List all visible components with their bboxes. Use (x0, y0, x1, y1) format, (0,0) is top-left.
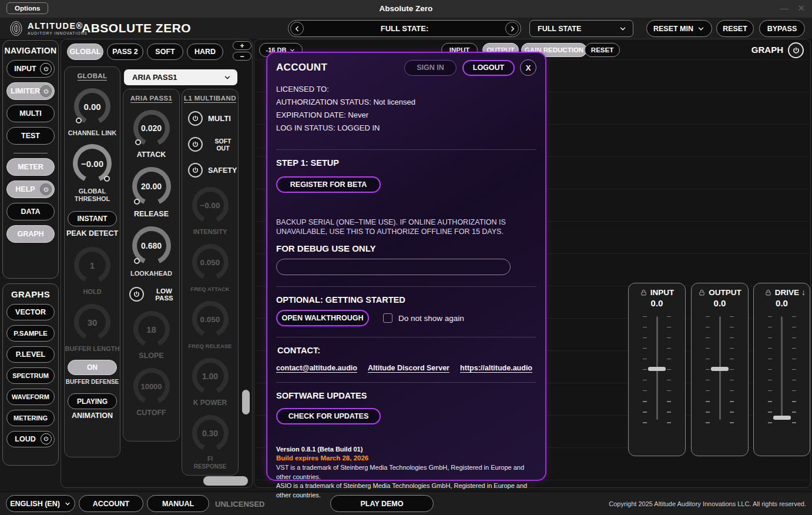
debug-serial-input[interactable] (276, 259, 511, 275)
power-icon (188, 111, 203, 126)
sidebar-item-input[interactable]: INPUT (6, 60, 55, 78)
discord-server-link[interactable]: Altitude Discord Server (368, 364, 449, 372)
minimize-icon[interactable]: — (780, 3, 788, 13)
release-knob[interactable]: 20.00 (132, 167, 171, 206)
safety-toggle[interactable]: SAFETY (182, 163, 238, 178)
graph-power-button[interactable] (788, 42, 804, 58)
do-not-show-checkbox[interactable] (383, 313, 392, 323)
preset-next-button[interactable] (505, 22, 519, 35)
sidebar-item-psample[interactable]: P.SAMPLE (6, 325, 55, 342)
manual-button[interactable]: MANUAL (147, 495, 209, 512)
attack-knob[interactable]: 0.020 (133, 110, 170, 146)
lock-icon[interactable] (698, 289, 706, 296)
website-link[interactable]: https://altitude.audio (460, 364, 532, 372)
sidebar-item-help[interactable]: HELP (6, 180, 55, 198)
buffer-length-knob[interactable]: 30 (74, 304, 110, 340)
k-power-knob[interactable]: 1.00 (192, 358, 229, 394)
sidebar-item-loud[interactable]: LOUD (6, 431, 55, 447)
sidebar-item-plevel[interactable]: P.LEVEL (6, 346, 55, 363)
tab-soft[interactable]: SOFT (147, 44, 183, 60)
sidebar-item-spectrum[interactable]: SPECTRUM (6, 367, 55, 384)
freq-attack-knob[interactable]: 0.050 (192, 244, 229, 280)
sidebar-item-graph[interactable]: GRAPH (6, 225, 55, 243)
animation-toggle[interactable]: PLAYING (68, 393, 117, 409)
fader-track (781, 316, 783, 420)
tab-global[interactable]: GLOBAL (67, 44, 103, 60)
sign-in-button[interactable]: SIGN IN (404, 60, 457, 76)
sidebar-item-meter[interactable]: METER (6, 158, 55, 176)
zoom-in-button[interactable]: + (233, 41, 251, 50)
page-title: ABSOLUTE ZERO (82, 21, 191, 35)
expiration-date-line: EXPIRATION DATE: Never (276, 109, 536, 122)
sidebar-item-limiter[interactable]: LIMITER (6, 82, 55, 100)
sidebar-item-vector[interactable]: VECTOR (6, 304, 55, 320)
intensity-knob[interactable]: −0.00 (192, 187, 229, 223)
buffer-defense-toggle[interactable]: ON (68, 360, 117, 375)
sidebar-item-metering[interactable]: METERING (6, 410, 55, 426)
step1-title: STEP 1: SETUP (276, 158, 536, 168)
global-threshold-knob[interactable]: −0.00 (73, 144, 112, 183)
toggle-label: MULTI (208, 114, 231, 123)
lock-icon[interactable] (640, 289, 647, 296)
tab-pass2[interactable]: PASS 2 (107, 44, 143, 60)
knob-label: FREQ ATTACK (182, 285, 238, 293)
fader-thumb[interactable] (773, 416, 791, 420)
close-icon[interactable]: ✕ (797, 3, 805, 14)
graph-reset-button[interactable]: RESET (585, 43, 620, 57)
multi-toggle[interactable]: MULTI (182, 111, 238, 126)
sidebar-item-multi[interactable]: MULTI (6, 105, 55, 122)
hold-knob[interactable]: 1 (74, 247, 110, 283)
drive-fader[interactable] (766, 316, 798, 423)
window-titlebar: Options Absolute Zero — ✕ (0, 0, 812, 18)
horizontal-scrollbar-thumb[interactable] (203, 476, 248, 486)
lookahead-knob[interactable]: 0.680 (132, 226, 171, 265)
fader-thumb[interactable] (648, 367, 666, 371)
lock-icon[interactable] (764, 289, 772, 296)
knob-marker (76, 118, 82, 123)
slope-knob[interactable]: 18 (133, 311, 170, 347)
sidebar-item-data[interactable]: DATA (6, 203, 55, 220)
soft-out-toggle[interactable]: SOFT OUT (182, 137, 238, 152)
meter-ticks (643, 316, 647, 423)
sidebar-item-test[interactable]: TEST (6, 127, 55, 145)
open-walkthrough-button[interactable]: OPEN WALKTHROUGH (276, 310, 369, 326)
toggle-label: LOW PASS (149, 287, 179, 302)
peak-detect-toggle[interactable]: INSTANT (68, 211, 117, 226)
meter-label: OUTPUT (709, 288, 741, 297)
pass-select[interactable]: ARIA PASS1 (124, 69, 237, 85)
sidebar-item-waveform[interactable]: WAVEFORM (6, 389, 55, 405)
knob-label: BUFFER LENGTH (65, 345, 120, 353)
low-pass-toggle[interactable]: LOW PASS (123, 287, 179, 302)
cutoff-knob[interactable]: 10000 (133, 368, 170, 404)
meter-label: DRIVE (775, 288, 799, 297)
tab-hard[interactable]: HARD (187, 44, 223, 60)
sidebar-item-label: TEST (7, 132, 54, 140)
input-fader[interactable] (640, 316, 673, 423)
language-select[interactable]: ENGLISH (EN) (6, 495, 75, 512)
preset-select[interactable]: FULL STATE (529, 20, 633, 37)
reset-button[interactable]: RESET (716, 20, 754, 37)
column-header: ARIA PASS1 (130, 95, 173, 103)
output-fader[interactable] (703, 316, 736, 423)
fader-thumb[interactable] (711, 367, 729, 371)
channel-link-knob[interactable]: 0.00 (74, 88, 110, 125)
knob-value: 1.00 (197, 363, 224, 390)
preset-prev-button[interactable] (290, 22, 304, 35)
check-for-updates-button[interactable]: CHECK FOR UPDATES (276, 408, 381, 424)
logout-button[interactable]: LOGOUT (462, 60, 515, 76)
register-for-beta-button[interactable]: REGISTER FOR BETA (276, 176, 381, 193)
dialog-close-button[interactable]: X (520, 59, 536, 76)
reset-min-button[interactable]: RESET MIN (646, 20, 712, 37)
meter-ticks (706, 316, 710, 423)
contact-email-link[interactable]: contact@altitude.audio (276, 364, 357, 372)
column-header: L1 MULTIBAND (184, 95, 236, 103)
build-expires-text: Build expires March 28, 2026 (276, 454, 536, 462)
freq-release-knob[interactable]: 0.050 (192, 301, 229, 337)
zoom-out-button[interactable]: − (233, 52, 251, 61)
down-arrow-icon[interactable]: ↓ (801, 287, 806, 297)
meter-ticks (667, 316, 671, 423)
fi-response-knob[interactable]: 0.30 (192, 415, 229, 452)
vertical-scrollbar-thumb[interactable] (242, 390, 250, 414)
bypass-button[interactable]: BYPASS (759, 20, 805, 37)
account-button[interactable]: ACCOUNT (79, 495, 143, 512)
